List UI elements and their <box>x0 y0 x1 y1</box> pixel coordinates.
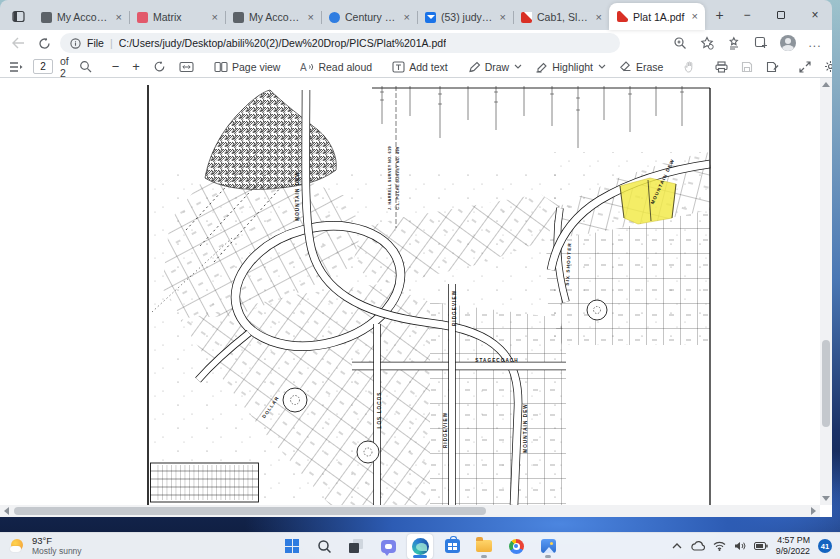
tab-plat-1a-pdf-active[interactable]: Plat 1A.pdf × <box>609 3 705 30</box>
save-as-icon[interactable] <box>763 60 782 74</box>
tab-mail[interactable]: (53) judyallen@ju... × <box>417 4 513 30</box>
draw-icon <box>468 61 481 73</box>
close-window-button[interactable]: × <box>798 0 832 30</box>
favorites-icon[interactable] <box>698 34 716 52</box>
zoom-icon[interactable] <box>671 34 689 52</box>
page-view-button[interactable]: Page view <box>211 60 283 74</box>
tab-matrix[interactable]: Matrix × <box>129 4 225 30</box>
scroll-down-icon[interactable] <box>822 496 830 501</box>
erase-button[interactable]: Erase <box>616 60 666 74</box>
battery-icon[interactable] <box>754 542 768 550</box>
browser-window: My Account × Matrix × My Account × Centu… <box>0 0 832 517</box>
onedrive-cloud-icon[interactable] <box>690 541 705 551</box>
wifi-icon[interactable] <box>713 541 726 551</box>
weather-temperature: 93°F <box>32 536 82 547</box>
url-divider: | <box>110 37 113 49</box>
fullscreen-icon[interactable] <box>796 60 814 74</box>
more-menu-icon[interactable]: ... <box>806 34 824 52</box>
maximize-button[interactable] <box>764 0 798 30</box>
top-note-columns <box>380 86 684 148</box>
pdf-favicon <box>617 11 628 22</box>
tab-actions-menu-icon[interactable] <box>8 5 29 27</box>
file-explorer-icon[interactable] <box>471 534 497 559</box>
survey-label-2: C.L. PUCHE SURVEY NO. 499 <box>396 146 400 209</box>
task-view-icon[interactable] <box>343 534 369 559</box>
chevron-down-icon <box>598 64 606 69</box>
read-aloud-button[interactable]: A Read aloud <box>297 60 375 74</box>
tab-title: My Account <box>249 11 301 23</box>
horizontal-scroll-thumb[interactable] <box>14 507 486 515</box>
chat-icon[interactable] <box>375 534 401 559</box>
clock-widget[interactable]: 4:57 PM 9/9/2022 <box>776 535 810 556</box>
collections-icon[interactable] <box>725 34 743 52</box>
rotate-icon[interactable] <box>150 59 169 74</box>
scroll-up-icon[interactable] <box>822 82 830 87</box>
notification-badge[interactable]: 41 <box>818 539 832 553</box>
tab-my-account-2[interactable]: My Account × <box>225 4 321 30</box>
page-total: of 2 <box>60 55 69 79</box>
scroll-right-icon[interactable] <box>811 507 816 515</box>
close-tab-icon[interactable]: × <box>306 11 316 24</box>
zoom-out-button[interactable]: − <box>109 58 123 75</box>
add-text-button[interactable]: Add text <box>389 60 451 74</box>
vertical-scroll-thumb[interactable] <box>822 340 830 427</box>
horizontal-scrollbar[interactable] <box>0 505 820 517</box>
matrix-favicon <box>137 12 148 23</box>
plat-page: STAGECOACH LOS LOCOS RIDGEVIEW RIDGEVIEW… <box>0 78 820 505</box>
draw-button[interactable]: Draw <box>465 60 526 74</box>
settings-gear-icon[interactable] <box>821 59 832 74</box>
page-number-input[interactable] <box>33 59 53 74</box>
close-tab-icon[interactable]: × <box>594 11 604 24</box>
tab-title: Cab1, Slide105A - <box>537 11 589 23</box>
search-icon[interactable] <box>311 534 337 559</box>
refresh-button[interactable] <box>34 33 54 53</box>
tab-my-account-1[interactable]: My Account × <box>33 4 129 30</box>
print-icon[interactable] <box>712 60 731 74</box>
clock-date: 9/9/2022 <box>776 546 810 557</box>
fit-to-width-icon[interactable] <box>176 60 197 74</box>
site-favicon <box>41 12 52 23</box>
close-tab-icon[interactable]: × <box>690 10 700 23</box>
taskbar: 93°F Mostly sunny 4:57 <box>0 532 840 559</box>
back-button <box>8 33 28 53</box>
clock-time: 4:57 PM <box>776 535 810 546</box>
zoom-in-button[interactable]: + <box>129 58 143 75</box>
save-icon <box>738 60 756 74</box>
add-collection-icon[interactable] <box>752 34 770 52</box>
toc-icon[interactable] <box>6 60 26 74</box>
weather-sun-icon <box>10 538 26 554</box>
los-locos-label: LOS LOCOS <box>377 392 382 429</box>
hidden-icons-chevron[interactable] <box>672 543 682 549</box>
profile-avatar[interactable] <box>779 34 797 52</box>
url-scheme: File <box>87 37 104 49</box>
system-tray: 4:57 PM 9/9/2022 41 <box>672 535 840 556</box>
curve-table <box>150 463 259 502</box>
page-info-icon[interactable] <box>70 38 81 49</box>
minimize-button[interactable]: − <box>730 0 764 30</box>
photos-icon[interactable] <box>535 534 561 559</box>
close-tab-icon[interactable]: × <box>402 11 412 24</box>
close-tab-icon[interactable]: × <box>210 11 220 24</box>
vertical-scrollbar[interactable] <box>820 78 832 505</box>
tab-century21[interactable]: Century 21 Intrane... × <box>321 4 417 30</box>
tab-cab1-slide105a[interactable]: Cab1, Slide105A - × <box>513 4 609 30</box>
microsoft-store-icon[interactable] <box>439 534 465 559</box>
address-bar: File | C:/Users/judy/Desktop/abili%20(2)… <box>0 30 832 56</box>
close-tab-icon[interactable]: × <box>498 11 508 24</box>
highlight-button[interactable]: Highlight <box>532 60 609 74</box>
search-icon[interactable] <box>76 59 95 74</box>
ridgeview-label-upper: RIDGEVIEW <box>452 290 457 326</box>
pdf-toolbar: of 2 − + Page view A Read aloud Add text <box>0 56 832 78</box>
chrome-icon[interactable] <box>503 534 529 559</box>
new-tab-button[interactable]: + <box>709 3 730 27</box>
mountain-dew-label-mid: MOUNTAIN DEW <box>295 171 300 221</box>
weather-widget[interactable]: 93°F Mostly sunny <box>0 536 150 557</box>
start-button[interactable] <box>279 534 305 559</box>
close-tab-icon[interactable]: × <box>114 11 124 24</box>
volume-icon[interactable] <box>734 541 746 551</box>
url-field[interactable]: File | C:/Users/judy/Desktop/abili%20(2)… <box>60 33 620 53</box>
weather-condition: Mostly sunny <box>32 547 82 557</box>
tab-title: My Account <box>57 11 109 23</box>
taskbar-edge-icon[interactable] <box>407 534 433 559</box>
scroll-left-icon[interactable] <box>4 507 9 515</box>
